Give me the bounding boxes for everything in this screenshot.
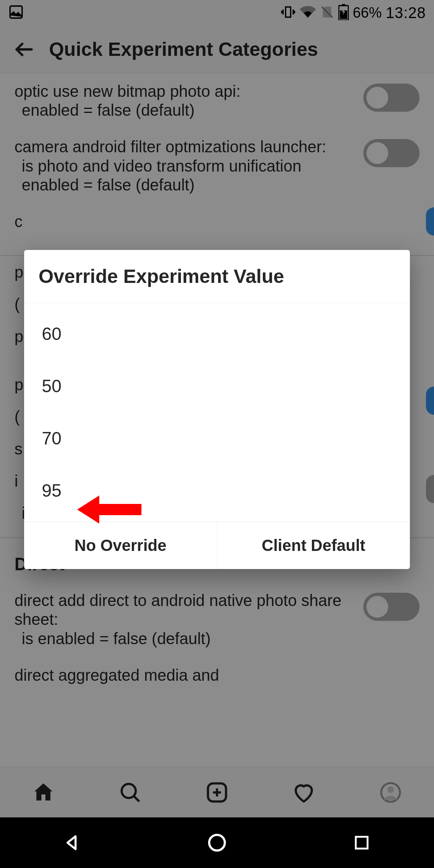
nav-home[interactable] bbox=[203, 828, 231, 857]
dialog-title: Override Experiment Value bbox=[24, 250, 410, 303]
system-nav-bar bbox=[0, 817, 434, 868]
dialog-option-50[interactable]: 50 bbox=[24, 360, 410, 412]
dialog-option-95[interactable]: 95 bbox=[24, 465, 410, 517]
dialog-option-60[interactable]: 60 bbox=[24, 308, 410, 360]
client-default-button[interactable]: Client Default bbox=[217, 522, 410, 569]
nav-back[interactable] bbox=[58, 828, 87, 857]
svg-point-8 bbox=[209, 835, 225, 851]
override-value-dialog: Override Experiment Value 60 50 70 95 No… bbox=[24, 250, 410, 569]
svg-rect-9 bbox=[356, 837, 367, 848]
dialog-options: 60 50 70 95 bbox=[24, 303, 410, 522]
no-override-button[interactable]: No Override bbox=[24, 522, 217, 569]
nav-recent[interactable] bbox=[347, 828, 376, 857]
dialog-option-70[interactable]: 70 bbox=[24, 412, 410, 465]
